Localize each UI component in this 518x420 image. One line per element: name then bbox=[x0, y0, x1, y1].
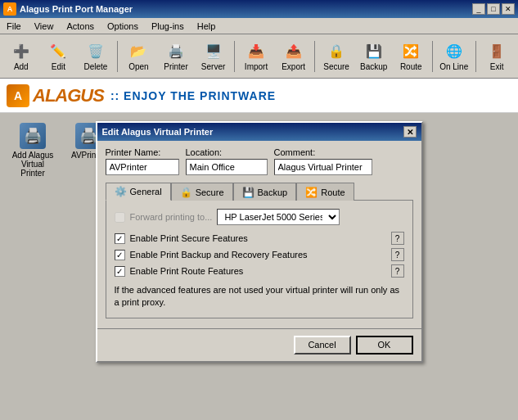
printer-dropdown[interactable]: HP LaserJet 5000 Series HP LaserJet 4050… bbox=[217, 209, 340, 225]
secure-icon: 🔒 bbox=[327, 41, 346, 61]
add-icon: ➕ bbox=[11, 41, 31, 61]
desktop: 🖨️ Add Alagus Virtual Printer 🖨️ AVPrint… bbox=[0, 113, 518, 420]
tab-backup[interactable]: 💾 Backup bbox=[233, 183, 297, 201]
toolbar-separator-3 bbox=[314, 41, 315, 72]
toolbar-add[interactable]: ➕ Add bbox=[3, 38, 39, 75]
printer-icon: 🖨️ bbox=[166, 41, 186, 61]
backup-icon: 💾 bbox=[364, 41, 384, 61]
toolbar-separator-2 bbox=[234, 41, 235, 72]
checkbox-backup-row: ✓ Enable Print Backup and Recovery Featu… bbox=[115, 248, 404, 261]
forward-printing-row: Forward printing to... HP LaserJet 5000 … bbox=[115, 209, 404, 225]
printer-name-label: Printer Name: bbox=[106, 147, 179, 157]
dialog-title: Edit Alagus Virtual Printer bbox=[102, 127, 214, 137]
online-icon: 🌐 bbox=[444, 41, 464, 61]
forward-printing-checkbox[interactable] bbox=[115, 212, 125, 223]
toolbar: ➕ Add ✏️ Edit 🗑️ Delete 📂 Open 🖨️ Printe… bbox=[0, 34, 518, 79]
title-bar: A Alagus Print Port Manager _ □ ✕ bbox=[0, 0, 518, 18]
secure-checkbox[interactable]: ✓ bbox=[115, 233, 125, 244]
forward-printing-label: Forward printing to... bbox=[130, 212, 213, 222]
route-checkbox-label: Enable Print Route Features bbox=[130, 266, 244, 276]
route-checkbox[interactable]: ✓ bbox=[115, 266, 125, 277]
cancel-button[interactable]: Cancel bbox=[294, 336, 351, 355]
tab-general-label: General bbox=[130, 187, 162, 196]
dialog-content: Printer Name: Location: Comment: bbox=[97, 141, 421, 325]
toolbar-separator-1 bbox=[117, 41, 118, 72]
toolbar-edit[interactable]: ✏️ Edit bbox=[41, 38, 77, 75]
general-tab-icon: ⚙️ bbox=[115, 186, 127, 197]
dialog-title-bar: Edit Alagus Virtual Printer ✕ bbox=[97, 123, 421, 141]
toolbar-backup[interactable]: 💾 Backup bbox=[356, 38, 392, 75]
window-controls: _ □ ✕ bbox=[472, 3, 515, 15]
toolbar-secure[interactable]: 🔒 Secure bbox=[318, 38, 354, 75]
delete-icon: 🗑️ bbox=[86, 41, 106, 61]
route-icon: 🔀 bbox=[401, 41, 421, 61]
toolbar-import[interactable]: 📥 Import bbox=[238, 38, 274, 75]
route-help-button[interactable]: ? bbox=[391, 264, 404, 278]
minimize-button[interactable]: _ bbox=[472, 3, 485, 15]
menu-file[interactable]: File bbox=[3, 20, 25, 32]
toolbar-server[interactable]: 🖥️ Server bbox=[196, 38, 232, 75]
export-icon: 📤 bbox=[284, 41, 304, 61]
logo-bar: A ALAGUS :: ENJOY THE PRINTWARE bbox=[0, 79, 518, 113]
modal-overlay: Edit Alagus Virtual Printer ✕ Printer Na… bbox=[0, 113, 518, 420]
menu-actons[interactable]: Actons bbox=[63, 20, 97, 32]
edit-virtual-printer-dialog: Edit Alagus Virtual Printer ✕ Printer Na… bbox=[96, 121, 423, 363]
close-button[interactable]: ✕ bbox=[502, 3, 515, 15]
maximize-button[interactable]: □ bbox=[487, 3, 500, 15]
logo-brand: ALAGUS bbox=[33, 85, 104, 106]
toolbar-online[interactable]: 🌐 On Line bbox=[436, 38, 472, 75]
logo-tagline: :: ENJOY THE PRINTWARE bbox=[110, 89, 276, 102]
toolbar-exit[interactable]: 🚪 Exit bbox=[479, 38, 515, 75]
menu-options[interactable]: Options bbox=[104, 20, 142, 32]
route-tab-icon: 🔀 bbox=[305, 187, 318, 198]
comment-group: Comment: bbox=[274, 147, 372, 175]
exit-icon: 🚪 bbox=[487, 41, 507, 61]
menu-view[interactable]: View bbox=[31, 20, 57, 32]
secure-help-button[interactable]: ? bbox=[391, 232, 404, 245]
tab-panel-general: Forward printing to... HP LaserJet 5000 … bbox=[106, 200, 413, 318]
menu-bar: File View Actons Options Plug-ins Help bbox=[0, 18, 518, 34]
toolbar-open[interactable]: 📂 Open bbox=[121, 38, 157, 75]
logo-icon: A bbox=[7, 84, 29, 107]
tab-secure[interactable]: 🔒 Secure bbox=[171, 183, 233, 201]
open-icon: 📂 bbox=[128, 41, 148, 61]
dialog-buttons: Cancel OK bbox=[97, 328, 421, 361]
backup-help-button[interactable]: ? bbox=[391, 248, 404, 261]
ok-button[interactable]: OK bbox=[356, 336, 413, 355]
backup-checkbox-label: Enable Print Backup and Recovery Feature… bbox=[130, 250, 308, 260]
printer-name-input[interactable] bbox=[106, 159, 179, 175]
tab-route-label: Route bbox=[321, 187, 345, 197]
tab-route[interactable]: 🔀 Route bbox=[296, 183, 354, 201]
import-icon: 📥 bbox=[246, 41, 266, 61]
tab-secure-label: Secure bbox=[196, 187, 224, 197]
checkbox-secure-row: ✓ Enable Print Secure Features ? bbox=[115, 232, 404, 245]
tab-general[interactable]: ⚙️ General bbox=[106, 183, 171, 201]
toolbar-export[interactable]: 📤 Export bbox=[276, 38, 312, 75]
location-input[interactable] bbox=[186, 159, 268, 175]
printer-name-group: Printer Name: bbox=[106, 147, 179, 175]
edit-icon: ✏️ bbox=[48, 41, 68, 61]
secure-tab-icon: 🔒 bbox=[180, 187, 192, 198]
toolbar-route[interactable]: 🔀 Route bbox=[393, 38, 429, 75]
toolbar-printer[interactable]: 🖨️ Printer bbox=[158, 38, 194, 75]
info-text: If the advanced features are not used yo… bbox=[115, 284, 404, 309]
server-icon: 🖥️ bbox=[204, 41, 223, 61]
toolbar-separator-5 bbox=[475, 41, 476, 72]
menu-plugins[interactable]: Plug-ins bbox=[148, 20, 187, 32]
menu-help[interactable]: Help bbox=[194, 20, 219, 32]
toolbar-delete[interactable]: 🗑️ Delete bbox=[78, 38, 114, 75]
toolbar-separator-4 bbox=[432, 41, 433, 72]
location-label: Location: bbox=[186, 147, 268, 157]
location-group: Location: bbox=[186, 147, 268, 175]
comment-label: Comment: bbox=[274, 147, 372, 157]
comment-input[interactable] bbox=[274, 159, 372, 175]
app-title: Alagus Print Port Manager bbox=[20, 4, 133, 14]
backup-tab-icon: 💾 bbox=[242, 187, 254, 198]
tab-backup-label: Backup bbox=[258, 187, 288, 197]
dialog-close-button[interactable]: ✕ bbox=[403, 126, 417, 138]
dialog-tabs: ⚙️ General 🔒 Secure 💾 Backup 🔀 Route bbox=[106, 182, 413, 200]
backup-checkbox[interactable]: ✓ bbox=[115, 250, 125, 260]
secure-checkbox-label: Enable Print Secure Features bbox=[130, 233, 248, 243]
app-icon: A bbox=[3, 2, 16, 16]
checkbox-route-row: ✓ Enable Print Route Features ? bbox=[115, 264, 404, 278]
